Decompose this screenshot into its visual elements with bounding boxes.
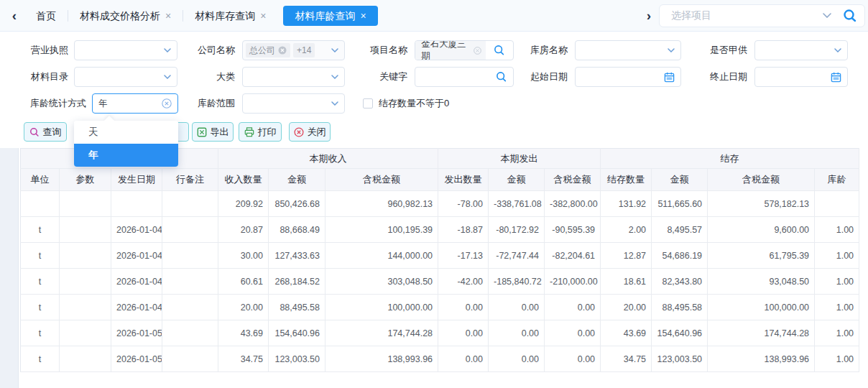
cell: 100,000.00	[708, 295, 815, 320]
column-header[interactable]: 发出数量	[438, 169, 489, 191]
table-row[interactable]: t2026-01-0534.75123,003.50138,993.960.00…	[21, 346, 859, 372]
cell: 138,993.96	[326, 346, 438, 372]
close-circle-icon	[294, 127, 304, 137]
nonzero-balance-checkbox[interactable]	[363, 98, 373, 108]
dropdown-option-day[interactable]: 天	[74, 121, 178, 144]
column-header[interactable]: 金额	[489, 169, 545, 191]
column-header[interactable]: 含税金额	[545, 169, 601, 191]
column-header[interactable]: 金额	[269, 169, 326, 191]
age-stat-method-label: 库龄统计方式	[0, 93, 86, 114]
cell: 268,184.52	[269, 269, 326, 295]
tab-inventory-query[interactable]: 材料库存查询 ×	[183, 6, 277, 26]
cell: -72,747.44	[489, 243, 545, 269]
cell: 0.00	[545, 320, 601, 346]
cell: 43.69	[601, 320, 652, 346]
cell: 34.75	[601, 346, 652, 372]
remove-tag-icon[interactable]	[278, 46, 287, 55]
column-header[interactable]: 含税金额	[326, 169, 438, 191]
cell: 1.00	[815, 295, 859, 320]
table-row[interactable]: t2026-01-0430.00127,433.63144,000.00-17.…	[21, 243, 859, 269]
cell: 60.61	[218, 269, 269, 295]
cell: -90,595.39	[545, 217, 601, 243]
owner-supplied-select[interactable]	[754, 40, 848, 60]
search-icon[interactable]	[843, 9, 857, 23]
export-button[interactable]: 导出	[192, 122, 234, 142]
calendar-icon[interactable]	[831, 72, 841, 83]
clear-icon[interactable]	[474, 47, 481, 55]
business-license-label: 营业执照	[0, 40, 68, 60]
tabs-scroll-left-icon[interactable]: ‹	[4, 8, 24, 24]
table-row[interactable]: t2026-01-0420.8788,668.49100,195.39-18.8…	[21, 217, 859, 243]
end-date-label: 终止日期	[661, 67, 747, 87]
filter-panel: 营业执照 公司名称 总公司 +14 项目名称 金石大厦三期 库房名称	[0, 32, 868, 122]
cell: 0.00	[438, 320, 489, 346]
cell: 123,003.50	[269, 346, 326, 372]
column-header[interactable]: 单位	[21, 169, 60, 191]
column-header[interactable]: 行备注	[162, 169, 218, 191]
age-method-dropdown: 天 年	[74, 121, 178, 167]
cell: -42.00	[438, 269, 489, 295]
cell: -17.13	[438, 243, 489, 269]
tab-home[interactable]: 首页	[24, 6, 68, 26]
close-tab-icon[interactable]: ×	[260, 11, 266, 21]
close-tab-icon[interactable]: ×	[360, 11, 366, 21]
cell: 0.00	[545, 295, 601, 320]
tab-price-analysis[interactable]: 材料成交价格分析 ×	[68, 6, 183, 26]
project-name-label: 项目名称	[323, 40, 407, 60]
cell: 61,795.39	[708, 243, 815, 269]
column-header[interactable]: 参数	[60, 169, 111, 191]
cell: -338,761.08	[489, 191, 545, 217]
tabs-scroll-right-icon[interactable]: ›	[639, 8, 659, 24]
cell	[162, 320, 218, 346]
query-button[interactable]: 查询	[24, 122, 67, 142]
column-header-row: 单位参数发生日期行备注收入数量金额含税金额发出数量金额含税金额结存数量金额含税金…	[21, 169, 859, 191]
cell	[162, 269, 218, 295]
column-header[interactable]: 收入数量	[218, 169, 269, 191]
cell: 2026-01-04	[111, 295, 162, 320]
search-icon	[29, 127, 40, 137]
cell	[162, 191, 218, 217]
cell: 209.92	[218, 191, 269, 217]
cell: 0.00	[489, 320, 545, 346]
cell: -78.00	[438, 191, 489, 217]
table-row[interactable]: t2026-01-0460.61268,184.52303,048.50-42.…	[21, 269, 859, 295]
cell: 174,744.28	[708, 320, 815, 346]
cell: 850,426.68	[269, 191, 326, 217]
cell: 8,495.57	[652, 217, 708, 243]
cell: 18.61	[601, 269, 652, 295]
tab-bar: ‹ 首页 材料成交价格分析 × 材料库存查询 × 材料库龄查询 × › 选择项目	[0, 0, 868, 32]
cell: -80,172.92	[489, 217, 545, 243]
cell	[60, 217, 111, 243]
cell: 578,182.13	[708, 191, 815, 217]
cell: 144,000.00	[326, 243, 438, 269]
cell: 88,495.58	[652, 295, 708, 320]
cell: 303,048.50	[326, 269, 438, 295]
close-tab-icon[interactable]: ×	[165, 11, 171, 21]
table-row[interactable]: 209.92850,426.68960,982.13-78.00-338,761…	[21, 191, 859, 217]
project-select[interactable]: 选择项目	[659, 4, 865, 27]
column-header[interactable]: 发生日期	[111, 169, 162, 191]
tab-material-age-query[interactable]: 材料库龄查询 ×	[283, 6, 377, 26]
group-header: 本期收入	[218, 149, 438, 169]
end-date-input[interactable]	[754, 67, 848, 87]
column-header[interactable]: 库龄	[815, 169, 859, 191]
column-header[interactable]: 金额	[652, 169, 708, 191]
cell: t	[21, 243, 60, 269]
cell: 138,993.96	[708, 346, 815, 372]
column-header[interactable]: 结存数量	[601, 169, 652, 191]
cell	[162, 346, 218, 372]
cell: 511,665.60	[652, 191, 708, 217]
cell: t	[21, 346, 60, 372]
cell: 1.00	[815, 243, 859, 269]
dropdown-option-year[interactable]: 年	[74, 144, 178, 167]
chevron-down-icon	[331, 101, 338, 106]
close-button[interactable]: 关闭	[289, 122, 331, 142]
print-button[interactable]: 打印	[239, 122, 282, 142]
column-header[interactable]: 含税金额	[708, 169, 815, 191]
table-row[interactable]: t2026-01-0420.0088,495.58100,000.000.000…	[21, 295, 859, 320]
company-more-tag: +14	[293, 43, 315, 57]
table-row[interactable]: t2026-01-0543.69154,640.96174,744.280.00…	[21, 320, 859, 346]
cell: 0.00	[489, 346, 545, 372]
nonzero-balance-checkbox-label: 结存数量不等于0	[379, 97, 449, 110]
age-range-select[interactable]	[242, 93, 345, 114]
